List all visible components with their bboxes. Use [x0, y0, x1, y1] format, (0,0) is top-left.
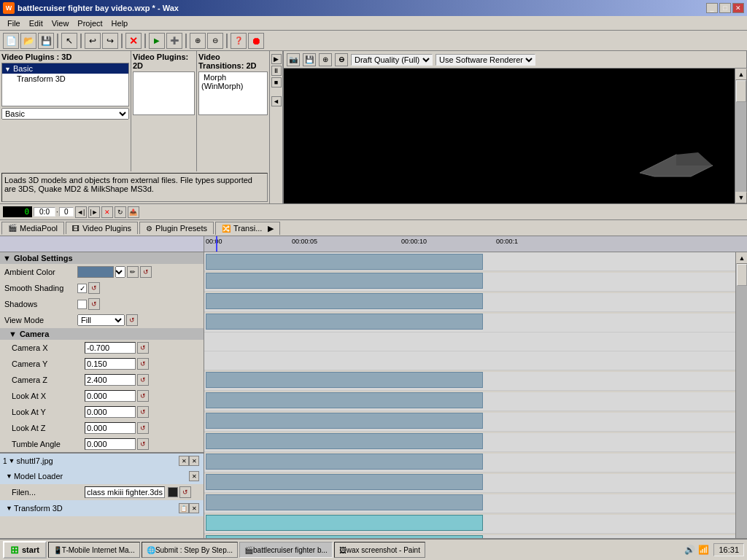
- tab-transitions[interactable]: 🔀 Transi... ▶: [215, 222, 280, 235]
- plugins-3d-list[interactable]: ▼ Basic Transform 3D: [1, 63, 129, 106]
- transport-play[interactable]: ▶: [271, 54, 282, 64]
- record-button[interactable]: ⏺: [248, 33, 264, 49]
- timeline-next-frame[interactable]: |►: [88, 206, 100, 218]
- vscroll-up[interactable]: ▲: [736, 252, 747, 264]
- playhead[interactable]: [216, 236, 217, 252]
- minimize-button[interactable]: _: [706, 3, 718, 13]
- track1-expand[interactable]: ▼: [9, 457, 15, 464]
- look-at-z-reset[interactable]: ↺: [137, 422, 149, 434]
- menu-edit[interactable]: Edit: [25, 18, 47, 29]
- look-at-z-input[interactable]: 0.000: [85, 422, 136, 434]
- track1-mute[interactable]: ✕: [179, 456, 189, 466]
- menu-help[interactable]: Help: [107, 18, 133, 29]
- time-field2[interactable]: [59, 207, 74, 217]
- tab-pluginpresets[interactable]: ⚙ Plugin Presets: [139, 222, 214, 234]
- zoom-out-button[interactable]: ⊖: [207, 33, 223, 49]
- transport-rewind[interactable]: ◄: [271, 96, 282, 106]
- transport-stop[interactable]: ■: [271, 77, 282, 88]
- preview-scroll-track[interactable]: [735, 80, 746, 192]
- timeline-delete[interactable]: ✕: [101, 206, 113, 218]
- plugin-transform3d[interactable]: Transform 3D: [2, 74, 128, 84]
- open-button[interactable]: 📂: [20, 33, 36, 49]
- taskbar-item-2[interactable]: 🎬 battlecruiser fighter b...: [239, 542, 333, 558]
- smooth-shading-reset[interactable]: ↺: [88, 282, 100, 294]
- ambient-color-dropdown[interactable]: ▼: [115, 266, 125, 278]
- model-loader-expand[interactable]: ▼: [6, 472, 12, 480]
- preview-scrollbar[interactable]: ▲ ▼: [735, 69, 746, 203]
- track1-close[interactable]: ✕: [189, 456, 199, 466]
- tab-mediapool[interactable]: 🎬 MediaPool: [1, 222, 64, 235]
- camera-x-reset[interactable]: ↺: [137, 342, 149, 354]
- taskbar-item-1[interactable]: 🌐 Submit : Step By Step...: [142, 542, 238, 558]
- zoom-in-button[interactable]: ⊕: [190, 33, 206, 49]
- transition-morph[interactable]: Morph (WinMorph): [199, 72, 267, 91]
- global-settings-header[interactable]: ▼ Global Settings: [0, 252, 204, 264]
- ambient-color-reset[interactable]: ↺: [140, 266, 152, 278]
- preview-scroll-down[interactable]: ▼: [735, 192, 747, 203]
- preview-zoom-in[interactable]: ⊕: [319, 53, 332, 66]
- close-button[interactable]: ✕: [732, 3, 744, 13]
- timeline-tracks[interactable]: [204, 252, 735, 560]
- undo-button[interactable]: ↩: [85, 33, 101, 49]
- preview-snap-button[interactable]: 📷: [287, 53, 300, 66]
- maximize-button[interactable]: □: [719, 3, 731, 13]
- redo-button[interactable]: ↪: [102, 33, 118, 49]
- vscroll-thumb[interactable]: [737, 264, 747, 286]
- tumble-angle-input[interactable]: 0.000: [85, 438, 136, 450]
- start-button[interactable]: ⊞ start: [3, 541, 47, 559]
- look-at-x-reset[interactable]: ↺: [137, 390, 149, 402]
- tumble-angle-reset[interactable]: ↺: [137, 438, 149, 450]
- menu-file[interactable]: File: [3, 18, 25, 29]
- look-at-y-input[interactable]: 0.000: [85, 406, 136, 418]
- camera-z-reset[interactable]: ↺: [137, 374, 149, 386]
- add-button[interactable]: ➕: [166, 33, 182, 49]
- quality-dropdown[interactable]: Draft Quality (Full): [351, 54, 433, 66]
- camera-y-reset[interactable]: ↺: [137, 358, 149, 370]
- menu-project[interactable]: Project: [73, 18, 107, 29]
- taskbar-item-3[interactable]: 🖼 wax screenshot - Paint: [334, 542, 425, 558]
- transitions-2d-list[interactable]: Morph (WinMorph): [198, 71, 268, 115]
- camera-header[interactable]: ▼ Camera: [0, 328, 204, 340]
- shadows-reset[interactable]: ↺: [88, 298, 100, 310]
- timeline-loop[interactable]: ↻: [115, 206, 126, 218]
- camera-z-input[interactable]: 2.400: [85, 374, 136, 386]
- timeline-prev-frame[interactable]: ◄|: [75, 206, 87, 218]
- filename-reset[interactable]: ↺: [179, 486, 191, 498]
- help-button[interactable]: ❓: [231, 33, 247, 49]
- transform3d-close[interactable]: ✕: [189, 503, 199, 513]
- preview-zoom-out[interactable]: ⊖: [335, 53, 348, 66]
- taskbar-item-0[interactable]: 📱 T-Mobile Internet Ma...: [48, 542, 140, 558]
- filename-input[interactable]: [85, 486, 165, 498]
- model-loader-close[interactable]: ✕: [189, 471, 199, 481]
- cursor-button[interactable]: ↖: [61, 33, 77, 49]
- plugins-3d-dropdown[interactable]: Basic: [1, 108, 129, 120]
- camera-y-input[interactable]: 0.150: [85, 358, 136, 370]
- save-button[interactable]: 💾: [38, 33, 54, 49]
- timeline-export[interactable]: 📤: [128, 206, 139, 218]
- ambient-color-swatch[interactable]: [77, 266, 114, 278]
- menu-view[interactable]: View: [47, 18, 74, 29]
- cut-button[interactable]: ✕: [125, 33, 142, 49]
- time-field[interactable]: [34, 207, 55, 217]
- transform3d-expand[interactable]: ▼: [6, 505, 12, 512]
- play-button[interactable]: ▶: [149, 33, 165, 49]
- tab-videoplugins[interactable]: 🎞 Video Plugins: [66, 222, 138, 234]
- preview-save-button[interactable]: 💾: [303, 53, 316, 66]
- vscroll-track[interactable]: [736, 264, 747, 560]
- shadows-checkbox[interactable]: [77, 300, 87, 309]
- new-button[interactable]: 📄: [3, 33, 19, 49]
- smooth-shading-checkbox[interactable]: [77, 284, 87, 293]
- look-at-y-reset[interactable]: ↺: [137, 406, 149, 418]
- preview-scroll-thumb[interactable]: [736, 80, 746, 102]
- transport-pause[interactable]: ⏸: [271, 66, 282, 76]
- preview-scroll-up[interactable]: ▲: [735, 69, 747, 80]
- view-mode-reset[interactable]: ↺: [126, 314, 138, 326]
- camera-x-input[interactable]: -0.700: [85, 342, 136, 354]
- renderer-dropdown[interactable]: Use Software Renderer: [436, 54, 535, 66]
- transform3d-copy[interactable]: 📋: [179, 503, 189, 513]
- plugin-basic[interactable]: ▼ Basic: [2, 63, 128, 74]
- plugins-2d-list[interactable]: [133, 71, 195, 115]
- ambient-color-picker[interactable]: ✏: [127, 266, 139, 278]
- timeline-vscrollbar[interactable]: ▲ ▼: [735, 252, 747, 560]
- look-at-x-input[interactable]: 0.000: [85, 390, 136, 402]
